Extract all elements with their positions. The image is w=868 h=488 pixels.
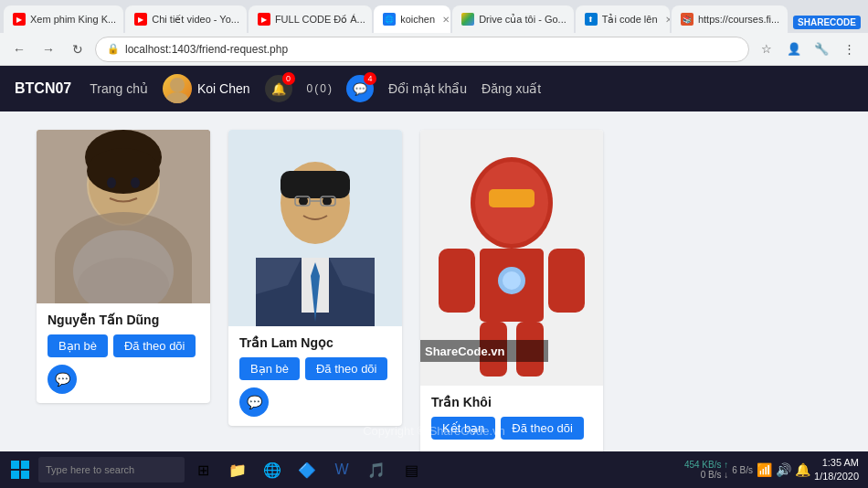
taskbar-edge[interactable]: 🔷: [291, 453, 323, 486]
tab-5[interactable]: Drive của tôi - Go... ✕: [452, 5, 574, 33]
taskbar-time: 1:35 AM 1/18/2020: [814, 456, 859, 484]
paren-open: (: [314, 82, 318, 95]
profile-info-2: Trần Lam Ngọc Bạn bè Đã theo dõi 💬: [228, 326, 402, 426]
tab-label-1: Xem phim King K...: [30, 14, 116, 25]
friend-btn-1[interactable]: Bạn bè: [48, 334, 108, 357]
forward-button[interactable]: →: [37, 37, 60, 61]
profile-button[interactable]: 👤: [782, 37, 806, 61]
profile-name-3: Trần Khôi: [431, 395, 592, 409]
nav-logout[interactable]: Đăng xuất: [482, 81, 541, 96]
notif-val: 0: [320, 82, 326, 95]
notification-badge: 0: [282, 72, 295, 85]
taskbar-right: 454 KB/s ↑ 0 B/s ↓ 6 B/s 📶 🔊 🔔 1:35 AM 1…: [684, 456, 864, 484]
messenger-btn-1[interactable]: 💬: [48, 365, 77, 394]
profile-image-1: [37, 130, 210, 303]
menu-button[interactable]: ⋮: [837, 37, 861, 61]
tab-favicon-7: 📚: [681, 13, 693, 26]
messenger-icon-1: 💬: [55, 372, 70, 387]
bookmark-button[interactable]: ☆: [755, 37, 778, 61]
friend-btn-2[interactable]: Bạn bè: [239, 357, 300, 380]
nav-change-password[interactable]: Đổi mật khẩu: [388, 81, 467, 96]
toolbar-actions: ☆ 👤 🔧 ⋮: [755, 37, 861, 61]
taskbar-file-explorer[interactable]: 📁: [221, 453, 254, 486]
messenger-btn-2[interactable]: 💬: [239, 387, 269, 417]
tab-2[interactable]: ▶ Chi tiết video - Yo... ✕: [125, 5, 247, 33]
sharecode-logo: SHARECODE: [793, 16, 861, 29]
address-bar[interactable]: 🔒 localhost:1403/friend-request.php: [95, 37, 749, 62]
profile-info-1: Nguyễn Tấn Dũng Bạn bè Đã theo dõi 💬: [37, 303, 210, 403]
tab-close-4[interactable]: ✕: [439, 14, 450, 26]
network-indicator-2: 6 B/s: [732, 465, 753, 475]
tab-7[interactable]: 📚 https://courses.fi... ✕: [672, 5, 788, 33]
svg-rect-27: [489, 189, 535, 207]
profile-name-2: Trần Lam Ngọc: [239, 335, 391, 350]
messenger-nav-icon[interactable]: 💬 4: [346, 75, 374, 102]
tab-label-2: Chi tiết video - Yo...: [152, 14, 239, 26]
tab-6[interactable]: ⬆ Tải code lên ✕: [576, 5, 670, 33]
follow-btn-2[interactable]: Đã theo dõi: [305, 357, 388, 380]
app-navbar: BTCN07 Trang chủ Koi Chen 🔔 0 0 ( 0 ) 💬 …: [0, 66, 868, 111]
friend-btn-3[interactable]: Kết bạn: [431, 417, 495, 440]
tab-favicon-3: ▶: [258, 13, 270, 26]
profile-card-1: Nguyễn Tấn Dũng Bạn bè Đã theo dõi 💬: [37, 130, 210, 403]
svg-point-8: [131, 177, 140, 188]
back-button[interactable]: ←: [7, 37, 31, 61]
follow-btn-3[interactable]: Đã theo dõi: [501, 417, 584, 440]
svg-point-6: [87, 148, 160, 194]
lock-icon: 🔒: [107, 43, 120, 55]
profile-actions-3: Kết bạn Đã theo dõi: [431, 417, 592, 440]
svg-rect-31: [439, 249, 475, 313]
windows-start-button[interactable]: [4, 453, 37, 486]
tab-close-6[interactable]: ✕: [662, 14, 670, 26]
taskbar-search-box[interactable]: Type here to search: [38, 457, 185, 483]
url-text: localhost:1403/friend-request.php: [125, 43, 288, 56]
wifi-icon: 📶: [757, 462, 772, 477]
nav-user[interactable]: Koi Chen: [163, 74, 250, 103]
reload-button[interactable]: ↻: [66, 37, 90, 61]
svg-point-10: [78, 258, 169, 303]
taskbar-word[interactable]: W: [325, 453, 358, 486]
profile-name-1: Nguyễn Tấn Dũng: [48, 313, 199, 327]
tab-close-1[interactable]: ✕: [121, 14, 123, 26]
windows-logo: [11, 461, 29, 479]
tab-close-2[interactable]: ✕: [244, 14, 247, 26]
tab-label-6: Tải code lên: [602, 14, 658, 26]
browser-tab-bar: ▶ Xem phim King K... ✕ ▶ Chi tiết video …: [0, 0, 868, 33]
taskbar-media[interactable]: 🎵: [360, 453, 393, 486]
extensions-button[interactable]: 🔧: [810, 37, 833, 61]
taskbar-bars[interactable]: ▤: [395, 453, 428, 486]
profile-image-3: ShareCode.vn: [420, 130, 603, 386]
app-brand: BTCN07: [15, 80, 71, 97]
tab-close-3[interactable]: ✕: [370, 14, 372, 26]
svg-point-1: [166, 92, 188, 103]
tab-favicon-6: ⬆: [585, 13, 598, 26]
taskbar-view-button[interactable]: ⊞: [186, 453, 219, 486]
profile-card-3: ShareCode.vn Trần Khôi Kết bạn Đã theo d…: [420, 130, 603, 456]
messenger-icon: 💬: [353, 82, 367, 96]
profile-card-2: Trần Lam Ngọc Bạn bè Đã theo dõi 💬: [228, 130, 402, 426]
svg-rect-13: [281, 171, 350, 198]
svg-point-9: [73, 230, 174, 303]
tab-favicon-5: [461, 13, 474, 26]
tab-label-4: koichen: [400, 14, 435, 25]
notification-count-wrap: 0 ( 0 ): [307, 82, 332, 95]
svg-point-20: [323, 196, 332, 206]
user-avatar: [163, 74, 192, 103]
tab-4[interactable]: 🌐 koichen ✕: [374, 5, 450, 33]
taskbar-chrome[interactable]: 🌐: [256, 453, 289, 486]
tab-favicon-1: ▶: [13, 13, 26, 26]
svg-text:ShareCode.vn: ShareCode.vn: [425, 345, 504, 358]
time-display: 1:35 AM: [814, 456, 859, 470]
tab-close-7[interactable]: ✕: [784, 14, 788, 26]
follow-btn-1[interactable]: Đã theo dõi: [113, 334, 196, 357]
tab-3[interactable]: ▶ FULL CODE Đồ Á... ✕: [249, 5, 372, 33]
user-name: Koi Chen: [197, 81, 250, 96]
notification-icon[interactable]: 🔔 0: [265, 75, 292, 102]
profile-actions-2: Bạn bè Đã theo dõi: [239, 357, 391, 380]
network-indicator: 454 KB/s ↑ 0 B/s ↓: [684, 460, 728, 480]
tab-controls: SHARECODE: [789, 12, 864, 33]
nav-home[interactable]: Trang chủ: [90, 81, 148, 96]
tab-label-7: https://courses.fi...: [698, 14, 779, 25]
tab-close-5[interactable]: ✕: [571, 14, 574, 26]
tab-1[interactable]: ▶ Xem phim King K... ✕: [4, 5, 123, 33]
